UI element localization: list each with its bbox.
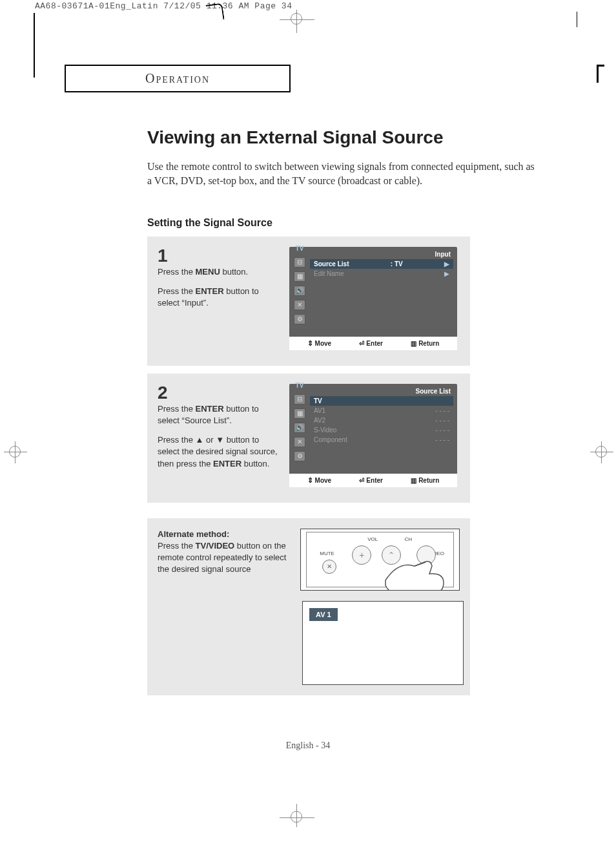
osd-source-list: Source List TV ⊟ ▦ 🔊 ✕ ⚙ TV AV1: [289, 384, 457, 487]
input-icon: ⊟: [294, 257, 305, 268]
osd-menu-list: Source List : TV ▶ Edit Name ▶: [307, 259, 457, 337]
osd-footer: Move Enter Return: [289, 474, 457, 487]
alternate-text: Alternate method: Press the TV/VIDEO but…: [158, 529, 291, 591]
section-tab: Operation: [65, 65, 291, 92]
enter-hint: Enter: [359, 476, 383, 485]
channel-icon: ✕: [294, 437, 305, 447]
setup-icon: ⚙: [294, 314, 305, 324]
osd-row-edit-name[interactable]: Edit Name ▶: [310, 269, 453, 279]
page-footer: English - 34: [0, 741, 616, 751]
step-1-text: 1 Press the MENU button. Press the ENTER…: [158, 247, 280, 350]
step-2-block: 2 Press the ENTER button to select “Sour…: [147, 374, 470, 503]
input-icon: ⊟: [294, 394, 305, 405]
osd-row-value: - - - -: [435, 436, 449, 443]
osd-row-label: AV1: [314, 407, 325, 414]
registration-mark-left: [9, 446, 21, 458]
sub-heading: Setting the Signal Source: [147, 217, 555, 229]
arrow-right-icon: ▶: [444, 260, 449, 268]
osd-row-svideo[interactable]: S-Video - - - -: [310, 425, 453, 435]
osd-row-label: S-Video: [314, 426, 336, 434]
osd-title: Input: [289, 247, 457, 259]
picture-icon: ▦: [294, 408, 305, 419]
alternate-heading: Alternate method:: [158, 529, 229, 539]
remote-label-ch: CH: [404, 536, 412, 542]
registration-mark-bottom: [291, 811, 302, 823]
enter-hint: Enter: [359, 339, 383, 348]
vol-button-icon: [352, 545, 371, 565]
osd-row-value: : TV: [391, 260, 403, 268]
osd-row-label: Source List: [314, 260, 349, 268]
arrow-right-icon: ▶: [444, 270, 449, 277]
osd-tv-label: TV: [296, 382, 304, 389]
crop-corner: [205, 3, 224, 21]
step-1-number: 1: [158, 247, 280, 265]
osd-row-tv[interactable]: TV: [310, 396, 453, 406]
osd-input-menu: Input TV ⊟ ▦ 🔊 ✕ ⚙ Source List : TV ▶: [289, 247, 457, 350]
step-2-number: 2: [158, 384, 280, 402]
osd-row-value: - - - -: [435, 417, 449, 424]
channel-icon: ✕: [294, 300, 305, 310]
osd-row-value: - - - -: [435, 426, 449, 434]
registration-mark-top: [291, 13, 302, 25]
return-hint: Return: [411, 476, 439, 485]
tv-screen-indicator: AV 1: [302, 601, 464, 685]
osd-footer: Move Enter Return: [289, 337, 457, 350]
step-2-text: 2 Press the ENTER button to select “Sour…: [158, 384, 280, 487]
trim-mark: [577, 12, 577, 27]
osd-icon-column: TV ⊟ ▦ 🔊 ✕ ⚙: [289, 259, 307, 337]
intro-paragraph: Use the remote control to switch between…: [147, 160, 535, 189]
sound-icon: 🔊: [294, 423, 305, 433]
trim-mark: [597, 65, 604, 83]
osd-row-source-list[interactable]: Source List : TV ▶: [310, 259, 453, 269]
osd-row-component[interactable]: Component - - - -: [310, 435, 453, 445]
osd-row-label: Component: [314, 436, 347, 443]
osd-row-label: Edit Name: [314, 270, 344, 277]
setup-icon: ⚙: [294, 451, 305, 461]
osd-row-value: - - - -: [435, 407, 449, 414]
step-1-line-2: Press the ENTER button to select “Input”…: [158, 286, 280, 309]
osd-row-label: TV: [314, 397, 322, 405]
osd-tv-label: TV: [296, 245, 304, 252]
alternate-method-block: Alternate method: Press the TV/VIDEO but…: [147, 518, 470, 695]
picture-icon: ▦: [294, 271, 305, 282]
osd-menu-list: TV AV1 - - - - AV2 - - - - S-Video - - -…: [307, 396, 457, 474]
sound-icon: 🔊: [294, 286, 305, 296]
osd-row-av2[interactable]: AV2 - - - -: [310, 416, 453, 425]
osd-row-av1[interactable]: AV1 - - - -: [310, 406, 453, 416]
move-hint: Move: [307, 476, 332, 485]
step-1-line-1: Press the MENU button.: [158, 266, 280, 278]
remote-illustration: VOL CH MUTE TV/VIDEO: [300, 529, 460, 591]
remote-label-mute: MUTE: [320, 551, 334, 556]
remote-label-vol: VOL: [367, 536, 378, 542]
alternate-body: Press the TV/VIDEO button on the remote …: [158, 541, 286, 574]
mute-button-icon: [322, 560, 336, 574]
source-indicator-badge: AV 1: [309, 608, 338, 621]
page-title: Viewing an External Signal Source: [147, 127, 555, 148]
registration-mark-right: [595, 446, 607, 458]
move-hint: Move: [307, 339, 332, 348]
return-hint: Return: [411, 339, 439, 348]
step-1-block: 1 Press the MENU button. Press the ENTER…: [147, 237, 470, 366]
osd-icon-column: TV ⊟ ▦ 🔊 ✕ ⚙: [289, 396, 307, 474]
osd-title: Source List: [289, 384, 457, 396]
step-2-line-2: Press the ▲ or ▼ button to select the de…: [158, 434, 280, 470]
print-slug: AA68-03671A-01Eng_Latin 7/12/05 11:36 AM…: [35, 1, 292, 11]
page-content: Operation Viewing an External Signal Sou…: [65, 65, 555, 695]
step-2-line-1: Press the ENTER button to select “Source…: [158, 403, 280, 426]
hand-pointing-icon: [379, 554, 457, 591]
osd-row-label: AV2: [314, 417, 325, 424]
trim-mark: [34, 13, 35, 78]
